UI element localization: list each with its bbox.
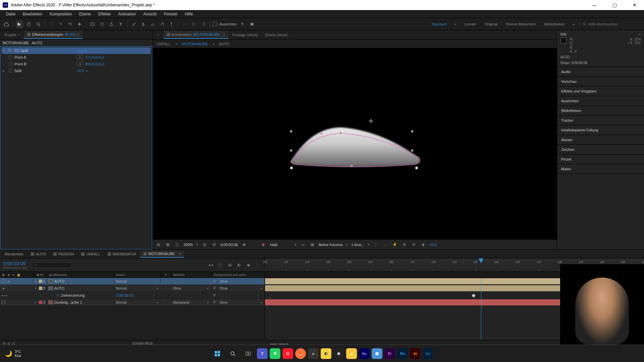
app-icon[interactable]: ◐ bbox=[321, 348, 331, 359]
snapping-icon[interactable]: ⤧ bbox=[239, 20, 246, 28]
cam-dropdown-icon[interactable]: ▾ bbox=[346, 242, 348, 247]
app-icon[interactable]: ▧ bbox=[372, 348, 382, 359]
workspace-standard[interactable]: Standard bbox=[428, 21, 450, 27]
menu-animation[interactable]: Animation bbox=[115, 11, 139, 17]
eraser-tool[interactable] bbox=[149, 20, 156, 28]
playhead-line[interactable] bbox=[481, 278, 481, 340]
menu-hilfe[interactable]: Hilfe bbox=[181, 11, 196, 17]
rectangle-tool[interactable] bbox=[89, 20, 96, 28]
keyframe[interactable] bbox=[472, 294, 475, 297]
solo-col-icon[interactable]: ● bbox=[11, 273, 15, 277]
layer-row-3[interactable]: ▸3 Dunkelg...äche 1 Normal Alphakanal ⊘O… bbox=[0, 299, 265, 306]
col-t[interactable]: T bbox=[161, 272, 171, 278]
brush-tool[interactable] bbox=[130, 20, 138, 28]
maximize-button[interactable]: ▢ bbox=[608, 0, 621, 10]
panel-inhaltsbasiert[interactable]: Inhaltsbasierte Füllung bbox=[557, 125, 644, 135]
tab-project-close-icon[interactable]: × bbox=[18, 33, 20, 37]
mask-icon[interactable]: ▦ bbox=[165, 242, 171, 248]
layer-row-2[interactable]: ◈ ▾2 AUTO Normal Ohne ⊘Ohne bbox=[0, 285, 265, 292]
eye-col-icon[interactable]: ◉ bbox=[1, 273, 5, 277]
crosshair-icon[interactable]: ⊕ bbox=[77, 62, 83, 66]
crosshair-icon[interactable]: ⊕ bbox=[77, 55, 83, 60]
prev-key-icon[interactable]: ◂ bbox=[1, 294, 3, 297]
orbit-tool[interactable] bbox=[48, 20, 55, 28]
stopwatch-icon[interactable] bbox=[8, 69, 12, 73]
matte-select[interactable]: Alphakanal bbox=[173, 301, 209, 304]
tab-bremsspur[interactable]: BREMSSPUR bbox=[104, 251, 140, 257]
panel-ausrichten[interactable]: Ausrichten bbox=[557, 96, 644, 106]
shy-icon[interactable]: ⬡ bbox=[217, 262, 224, 268]
region-icon[interactable]: ▭ bbox=[300, 242, 306, 248]
close-button[interactable]: ✕ bbox=[628, 0, 641, 10]
type-tool[interactable]: T bbox=[117, 20, 124, 28]
layer-row-1[interactable]: ◈ ▸1 AUTO Normal ⊘Ohne bbox=[0, 278, 265, 285]
pan-tool[interactable]: ✥ bbox=[57, 20, 64, 28]
layer-name[interactable]: Dunkelg...äche 1 bbox=[54, 300, 82, 304]
col-matte[interactable]: BewMas bbox=[171, 272, 211, 278]
lightroom-icon[interactable]: Lr bbox=[423, 348, 433, 359]
views-dropdown-icon[interactable]: ▾ bbox=[368, 242, 370, 247]
audio-icon[interactable]: ◈ bbox=[1, 286, 5, 290]
audio-col-icon[interactable]: ◈ bbox=[6, 273, 10, 277]
bc-motorhaube[interactable]: MOTORHAUBE bbox=[182, 42, 208, 46]
teams-icon[interactable]: T bbox=[257, 348, 268, 359]
obs-icon[interactable]: ◉ bbox=[333, 348, 344, 359]
comp-mini-icon[interactable]: ▸◂ bbox=[208, 262, 214, 268]
anchor-tool[interactable] bbox=[76, 20, 83, 28]
layer-shape[interactable] bbox=[281, 117, 429, 178]
fx-split-value[interactable]: 24,0 bbox=[77, 69, 84, 73]
zoom-tool[interactable] bbox=[35, 20, 42, 28]
tab-komposition[interactable]: Komposition MOTORHAUBE ≡ bbox=[163, 31, 228, 39]
camera-select[interactable]: Aktive Kamera bbox=[319, 243, 343, 247]
mode-select[interactable]: Normal bbox=[116, 301, 159, 304]
stopwatch-on-icon[interactable]: ⏱ bbox=[56, 294, 60, 297]
tab-menu-icon[interactable]: ≡ bbox=[178, 252, 180, 256]
stopwatch-icon[interactable] bbox=[8, 62, 12, 66]
windows-taskbar[interactable]: 🌙 3°C Klar T ✆ O 🦊 ♠ ◐ ◉ 📁 Ae ▧ Pr Ps Ai… bbox=[0, 345, 644, 362]
panel-malen[interactable]: Malen bbox=[557, 164, 644, 174]
weather-widget[interactable]: 🌙 3°C Klar bbox=[5, 350, 21, 358]
audio-icon[interactable]: ◈ bbox=[6, 279, 10, 283]
opera-icon[interactable]: O bbox=[282, 348, 293, 359]
rotate-tool[interactable] bbox=[66, 20, 74, 28]
tab-project[interactable]: Projekt × bbox=[1, 31, 23, 39]
zoom-level[interactable]: 200% bbox=[183, 243, 193, 247]
current-timecode[interactable]: 0:00:03:06 bbox=[3, 261, 27, 266]
zoom-dropdown-icon[interactable]: ▾ bbox=[196, 242, 198, 247]
col-parent[interactable]: Übergeordnet und verkn. bbox=[211, 272, 265, 278]
parent-pick-icon[interactable]: ⊘ bbox=[213, 300, 218, 305]
matte-select[interactable]: Ohne bbox=[173, 287, 209, 290]
workspace-overflow-icon[interactable]: » bbox=[570, 20, 577, 28]
motion-blur-icon[interactable]: ◐ bbox=[236, 262, 243, 268]
menu-fenster[interactable]: Fenster bbox=[161, 11, 181, 17]
exposure-value[interactable]: +0,0 bbox=[429, 243, 437, 247]
3d-icon[interactable]: ⬚ bbox=[373, 242, 379, 248]
panel-effekte[interactable]: Effekte und Vorgaben bbox=[557, 86, 644, 96]
illustrator-icon[interactable]: Ai bbox=[410, 348, 421, 359]
app-icon[interactable]: ♠ bbox=[308, 348, 319, 359]
resolution-select[interactable]: Halb bbox=[270, 243, 278, 247]
snapping-opt-icon[interactable]: ▦ bbox=[248, 20, 256, 28]
panel-menu-icon[interactable]: ≡ bbox=[639, 32, 641, 36]
pixel-icon[interactable]: ▫ bbox=[382, 242, 388, 248]
bc-unfall[interactable]: UNFALL bbox=[157, 42, 171, 46]
layer-name[interactable]: AUTO bbox=[54, 279, 64, 283]
explorer-icon[interactable]: 📁 bbox=[346, 348, 357, 359]
clone-tool[interactable] bbox=[140, 20, 147, 28]
parent-pick-icon[interactable]: ⊘ bbox=[213, 279, 218, 284]
minimize-button[interactable]: — bbox=[588, 0, 601, 10]
color-mgmt-icon[interactable]: ◐ bbox=[261, 242, 267, 248]
tab-ebene[interactable]: Ebene (ohne) bbox=[262, 31, 291, 39]
after-effects-icon[interactable]: Ae bbox=[359, 348, 370, 359]
ellipse-tool[interactable] bbox=[98, 20, 106, 28]
boundary-icon[interactable]: ◫ bbox=[174, 242, 180, 248]
hand-tool[interactable] bbox=[25, 20, 33, 28]
panel-absatz[interactable]: Absatz bbox=[557, 135, 644, 145]
photoshop-icon[interactable]: Ps bbox=[397, 348, 408, 359]
menu-ebene[interactable]: Ebene bbox=[76, 11, 94, 17]
caret-right-icon[interactable]: ▸ bbox=[3, 69, 6, 72]
menu-bearbeiten[interactable]: Bearbeiten bbox=[19, 11, 46, 17]
timeline-icon[interactable]: ≣ bbox=[401, 242, 407, 248]
fx-reset-button[interactable]: Zurück bbox=[77, 49, 87, 53]
timecode-display[interactable]: 0:00:03:06 bbox=[220, 243, 238, 247]
